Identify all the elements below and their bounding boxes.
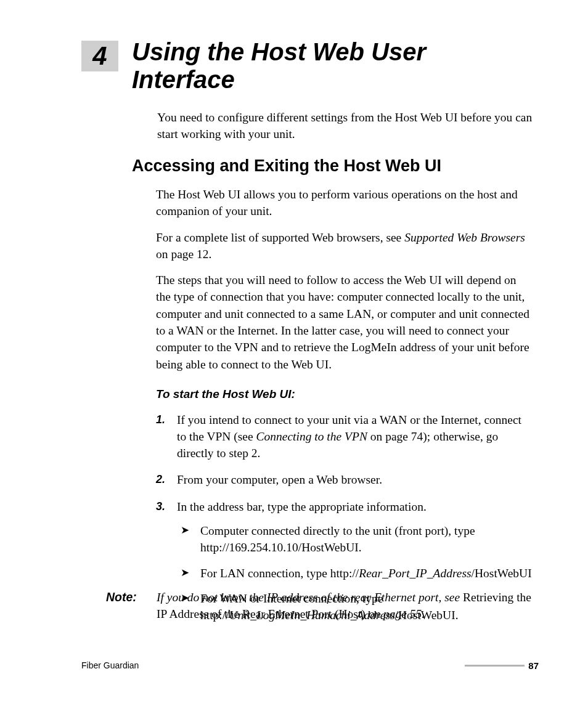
note-block: Note: If you do not know the IP address … [106, 589, 534, 623]
text-run: In the address bar, type the appropriate… [177, 500, 427, 513]
footer-page-number: 87 [525, 660, 539, 671]
note-label: Note: [106, 589, 154, 606]
text-run: on page 12. [156, 248, 211, 261]
text-run: /HostWebUI [472, 567, 532, 580]
text-run: on page 55. [365, 607, 425, 620]
step-item: From your computer, open a Web browser. [156, 471, 533, 488]
note-body: If you do not know the IP address of the… [157, 589, 534, 623]
cross-reference: Supported Web Browsers [404, 231, 525, 244]
paragraph: The Host Web UI allows you to perform va… [156, 186, 533, 220]
bullet-item: For LAN connection, type http://Rear_Por… [177, 565, 533, 582]
text-run: If you do not know the IP address of the… [157, 591, 463, 604]
cross-reference: Connecting to the VPN [256, 430, 367, 443]
procedure-title: To start the Host Web UI: [156, 386, 533, 403]
section-heading: Accessing and Exiting the Host Web UI [132, 156, 533, 176]
chapter-number-badge: 4 [81, 41, 118, 71]
variable-text: Rear_Port_IP_Address [359, 567, 471, 580]
paragraph: For a complete list of supported Web bro… [156, 229, 533, 263]
text-run: For LAN connection, type http:// [200, 567, 359, 580]
paragraph: The steps that you will need to follow t… [156, 272, 533, 373]
body-text: The Host Web UI allows you to perform va… [156, 186, 533, 634]
chapter-title: Using the Host Web User Interface [132, 38, 526, 94]
step-item: If you intend to connect to your unit vi… [156, 412, 533, 462]
bullet-item: Computer connected directly to the unit … [177, 522, 533, 556]
text-run: For a complete list of supported Web bro… [156, 231, 404, 244]
intro-paragraph: You need to configure different settings… [157, 109, 533, 143]
footer-product-name: Fiber Guardian [81, 660, 139, 670]
